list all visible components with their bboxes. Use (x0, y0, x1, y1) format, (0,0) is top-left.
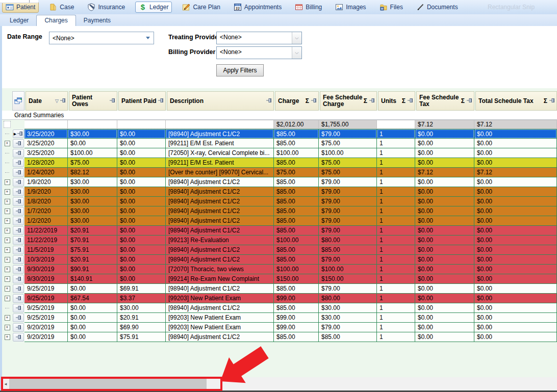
cell-units[interactable]: 1 (377, 177, 415, 187)
pin-icon[interactable] (311, 97, 317, 104)
cell-description[interactable]: [98940] Adjustment C1/C2 (166, 255, 274, 265)
cell-fee-schedule-tax[interactable]: $0.00 (415, 294, 474, 303)
cell-patient-owes[interactable]: $30.00 (68, 177, 117, 187)
cell-patient-paid[interactable]: $0.00 (117, 255, 166, 265)
cell-patient-owes[interactable]: $67.54 (68, 294, 117, 303)
combo-chevron-icon[interactable]: ⌵ (292, 47, 301, 59)
row-pin-button[interactable] (13, 168, 24, 177)
cell-units[interactable]: 1 (377, 294, 415, 303)
cell-charge[interactable]: $85.00 (274, 197, 319, 206)
cell-date[interactable]: 9/25/2019 (24, 284, 68, 294)
pin-icon[interactable] (60, 97, 66, 104)
cell-fee-schedule-charge[interactable]: $79.00 (319, 323, 377, 332)
table-row[interactable]: +1/8/2020$30.00$0.00[98940] Adjustment C… (2, 197, 557, 206)
cell-patient-owes[interactable]: $30.00 (68, 197, 117, 206)
cell-date[interactable]: 10/3/2019 (24, 255, 68, 265)
cell-units[interactable]: 1 (377, 274, 415, 284)
table-row[interactable]: 9/25/2019$0.00$30.00[98940] Adjustment C… (2, 303, 557, 313)
cell-patient-owes[interactable]: $82.12 (68, 168, 117, 177)
pin-icon[interactable] (15, 295, 21, 302)
toolbar-tab-appointments[interactable]: 22Appointments (231, 2, 285, 12)
table-row[interactable]: 3/25/2020$100.00$0.00[72050] X-ray, Cerv… (2, 148, 557, 158)
cell-date[interactable]: 3/25/2020 (24, 139, 68, 148)
pin-icon[interactable] (15, 305, 21, 312)
cell-date[interactable]: 1/9/2020 (24, 177, 68, 187)
cell-total-schedule-tax[interactable]: $0.00 (474, 245, 557, 255)
table-row[interactable]: +9/25/2019$0.00$69.91[98940] Adjustment … (2, 284, 557, 294)
row-pin-button[interactable] (13, 226, 24, 235)
pin-icon[interactable] (15, 285, 21, 293)
cell-description[interactable]: [72070] Thoracic, two views (166, 265, 274, 274)
cell-patient-paid[interactable]: $0.00 (117, 226, 166, 236)
table-row[interactable]: +9/20/2019$0.00$69.90[99203] New Patient… (2, 323, 557, 332)
row-pin-button[interactable] (13, 313, 24, 322)
cell-patient-owes[interactable]: $0.00 (68, 303, 117, 313)
cell-fee-schedule-tax[interactable]: $0.00 (415, 265, 474, 274)
cell-total-schedule-tax[interactable]: $0.00 (474, 206, 557, 216)
cell-description[interactable]: [99213] Re-Evaluation (166, 236, 274, 245)
table-row[interactable]: +3/25/2020$0.00$0.00[99211] E/M Est. Pat… (2, 139, 557, 148)
cell-units[interactable]: 1 (377, 245, 415, 255)
pin-icon[interactable] (15, 334, 21, 341)
cell-patient-paid[interactable]: $20.91 (117, 313, 166, 323)
cell-patient-owes[interactable]: $75.00 (68, 158, 117, 168)
cell-patient-paid[interactable]: $0.00 (117, 177, 166, 187)
cell-date[interactable]: 1/9/2020 (24, 187, 68, 197)
cell-total-schedule-tax[interactable]: $0.00 (474, 294, 557, 303)
table-row[interactable]: +9/25/2019$67.54$3.37[99203] New Patient… (2, 294, 557, 303)
toolbar-tab-files[interactable]: HFiles (376, 2, 406, 12)
cell-patient-paid[interactable]: $75.91 (117, 332, 166, 342)
pin-icon[interactable] (15, 160, 21, 167)
apply-filters-button[interactable]: Apply Filters (216, 64, 264, 76)
row-pin-button[interactable] (13, 294, 24, 303)
toolbar-tab-ledger[interactable]: $Ledger (135, 2, 172, 13)
row-pin-button[interactable] (13, 149, 24, 158)
cell-fee-schedule-charge[interactable]: $79.00 (319, 226, 377, 236)
pin-icon[interactable] (266, 97, 272, 104)
cell-fee-schedule-charge[interactable]: $85.00 (319, 332, 377, 342)
cell-patient-owes[interactable]: $0.00 (68, 332, 117, 342)
cell-date[interactable]: 1/7/2020 (24, 206, 68, 216)
cell-description[interactable]: [98940] Adjustment C1/C2 (166, 284, 274, 294)
table-row[interactable]: +9/25/2019$0.00$20.91[99203] New Patient… (2, 313, 557, 323)
cell-charge[interactable]: $85.00 (274, 284, 319, 294)
cell-date[interactable]: 11/5/2019 (24, 245, 68, 255)
cell-patient-owes[interactable]: $0.00 (68, 323, 117, 332)
cell-total-schedule-tax[interactable]: $7.12 (474, 168, 557, 177)
cell-fee-schedule-charge[interactable]: $79.00 (319, 284, 377, 294)
cell-units[interactable]: 1 (377, 236, 415, 245)
cell-patient-owes[interactable]: $90.91 (68, 265, 117, 274)
cell-units[interactable]: 1 (377, 206, 415, 216)
cell-date[interactable]: 1/2/2020 (24, 216, 68, 226)
pin-icon[interactable] (15, 189, 21, 196)
cell-total-schedule-tax[interactable]: $0.00 (474, 216, 557, 226)
expand-icon[interactable]: + (5, 199, 10, 204)
cell-fee-schedule-charge[interactable]: $80.00 (319, 294, 377, 303)
cell-patient-paid[interactable]: $0.00 (117, 216, 166, 226)
cell-patient-paid[interactable]: $69.91 (117, 284, 166, 294)
cell-patient-owes[interactable]: $0.00 (68, 139, 117, 148)
cell-charge[interactable]: $85.00 (274, 139, 319, 148)
cell-charge[interactable]: $85.00 (274, 255, 319, 265)
cell-patient-owes[interactable]: $30.00 (68, 187, 117, 197)
expand-icon[interactable]: + (5, 286, 10, 292)
cell-total-schedule-tax[interactable]: $0.00 (474, 139, 557, 148)
cell-total-schedule-tax[interactable]: $0.00 (474, 265, 557, 274)
cell-date[interactable]: 9/25/2019 (24, 303, 68, 313)
toolbar-tab-patient[interactable]: Patient (2, 2, 39, 13)
table-row[interactable]: +1/2/2020$30.00$0.00[98940] Adjustment C… (2, 216, 557, 226)
cell-patient-owes[interactable]: $0.00 (68, 313, 117, 323)
cell-charge[interactable]: $85.00 (274, 332, 319, 342)
cell-patient-paid[interactable]: $0.00 (117, 148, 166, 158)
cell-fee-schedule-tax[interactable]: $0.00 (415, 274, 474, 284)
cell-charge[interactable]: $85.00 (274, 303, 319, 313)
cell-patient-owes[interactable]: $30.00 (68, 216, 117, 226)
column-header-patient-paid[interactable]: Patient Paid (118, 91, 166, 111)
cell-total-schedule-tax[interactable]: $0.00 (474, 284, 557, 294)
table-row[interactable]: +1/9/2020$30.00$0.00[98940] Adjustment C… (2, 177, 557, 187)
cell-date[interactable]: 9/30/2019 (24, 265, 68, 274)
cell-patient-paid[interactable]: $0.00 (117, 265, 166, 274)
cell-description[interactable]: [72050] X-ray, Cervical Complete bi... (166, 148, 274, 158)
cell-total-schedule-tax[interactable]: $0.00 (474, 255, 557, 265)
row-pin-button[interactable] (13, 265, 24, 274)
